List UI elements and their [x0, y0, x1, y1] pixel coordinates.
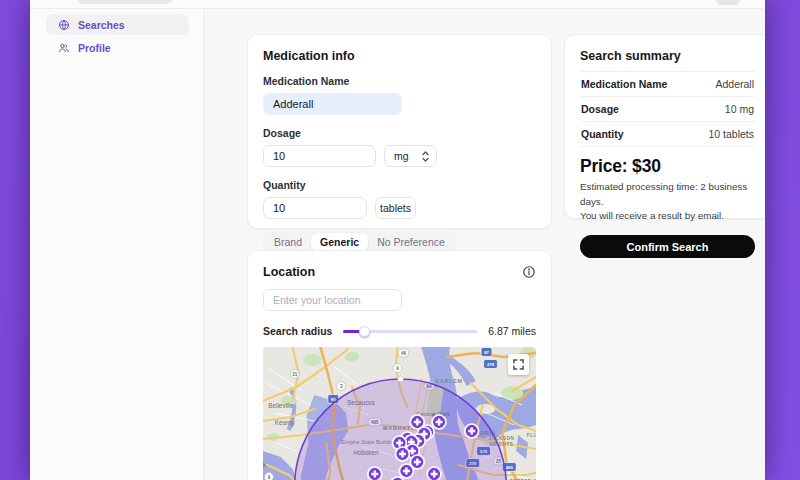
- app-header: [30, 0, 765, 9]
- main-content: Medication info Medication Name Dosage m…: [205, 9, 765, 480]
- preference-option-generic[interactable]: Generic: [311, 233, 368, 251]
- users-icon: [58, 42, 70, 54]
- summary-notes: Estimated processing time: 2 business da…: [580, 180, 755, 224]
- summary-row-value: 10 mg: [725, 103, 754, 115]
- app-window: Searches Profile Medication info Medicat…: [30, 0, 765, 480]
- logo-placeholder: [77, 0, 173, 4]
- quantity-input[interactable]: [263, 197, 367, 219]
- svg-text:Belleville: Belleville: [268, 402, 293, 409]
- location-card-title: Location: [263, 265, 315, 279]
- sidebar-item-label: Searches: [78, 19, 125, 31]
- quantity-label: Quantity: [263, 179, 536, 191]
- search-radius-value: 6.87 miles: [488, 325, 536, 337]
- pharmacy-marker[interactable]: [465, 424, 479, 438]
- medication-info-card: Medication info Medication Name Dosage m…: [247, 34, 552, 229]
- search-radius-label: Search radius: [263, 325, 332, 337]
- search-summary-card: Search summary Medication Name Adderall …: [564, 34, 765, 219]
- svg-text:Newark: Newark: [263, 460, 267, 469]
- location-input[interactable]: [263, 289, 402, 311]
- fullscreen-icon: [513, 359, 524, 370]
- sidebar-item-label: Profile: [78, 42, 111, 54]
- summary-row-value: Adderall: [715, 78, 754, 90]
- slider-thumb[interactable]: [359, 326, 370, 337]
- pharmacy-marker[interactable]: [368, 467, 382, 480]
- svg-text:46: 46: [401, 351, 407, 356]
- map[interactable]: 21399469A495254409587278278495678 Bellev…: [263, 347, 536, 480]
- summary-row: Medication Name Adderall: [580, 71, 755, 97]
- fullscreen-button[interactable]: [508, 354, 529, 375]
- svg-text:HARLEM: HARLEM: [435, 378, 463, 384]
- pharmacy-marker[interactable]: [400, 464, 414, 478]
- price-text: Price: $30: [580, 156, 755, 177]
- medication-card-title: Medication info: [263, 49, 536, 63]
- summary-row: Quantity 10 tablets: [580, 122, 755, 147]
- medication-name-label: Medication Name: [263, 75, 536, 87]
- map-basemap: 21399469A495254409587278278495678 Bellev…: [263, 347, 536, 480]
- avatar[interactable]: [716, 0, 740, 5]
- summary-row-label: Quantity: [581, 128, 624, 140]
- globe-icon: [58, 19, 70, 31]
- dosage-unit-value: mg: [394, 150, 409, 162]
- pharmacy-marker[interactable]: [396, 447, 410, 461]
- summary-rows: Medication Name Adderall Dosage 10 mg Qu…: [580, 71, 755, 147]
- info-icon[interactable]: [522, 265, 536, 279]
- sidebar-item-searches[interactable]: Searches: [46, 14, 189, 35]
- sidebar: Searches Profile: [30, 9, 204, 480]
- processing-time-note: Estimated processing time: 2 business da…: [580, 180, 755, 209]
- pharmacy-marker[interactable]: [432, 415, 446, 429]
- chevron-updown-icon: [421, 150, 430, 163]
- summary-row-value: 10 tablets: [708, 128, 754, 140]
- preference-option-brand[interactable]: Brand: [265, 233, 311, 251]
- dosage-input[interactable]: [263, 145, 376, 167]
- svg-text:495: 495: [506, 465, 514, 470]
- svg-text:87: 87: [484, 350, 489, 355]
- summary-row: Dosage 10 mg: [580, 97, 755, 122]
- medication-name-input[interactable]: [263, 93, 402, 115]
- email-result-note: You will receive a result by email.: [580, 209, 755, 224]
- confirm-search-button[interactable]: Confirm Search: [580, 235, 755, 258]
- dosage-label: Dosage: [263, 127, 536, 139]
- quantity-unit-value: tablets: [380, 202, 411, 214]
- quantity-unit-box: tablets: [375, 197, 416, 219]
- summary-card-title: Search summary: [580, 49, 755, 63]
- summary-row-label: Medication Name: [581, 78, 667, 90]
- svg-text:278: 278: [487, 362, 495, 367]
- summary-row-label: Dosage: [581, 103, 619, 115]
- location-card: Location Search radius 6.87 miles: [247, 250, 552, 480]
- search-radius-row: Search radius 6.87 miles: [263, 325, 536, 337]
- svg-text:FLU: FLU: [527, 433, 536, 438]
- dosage-unit-select[interactable]: mg: [384, 145, 437, 167]
- pharmacy-marker[interactable]: [427, 467, 441, 480]
- radius-slider[interactable]: [343, 325, 477, 337]
- preference-option-no-preference[interactable]: No Preference: [368, 233, 454, 251]
- svg-text:Kearny: Kearny: [275, 419, 296, 427]
- svg-text:21: 21: [292, 372, 298, 377]
- sidebar-item-profile[interactable]: Profile: [46, 37, 189, 58]
